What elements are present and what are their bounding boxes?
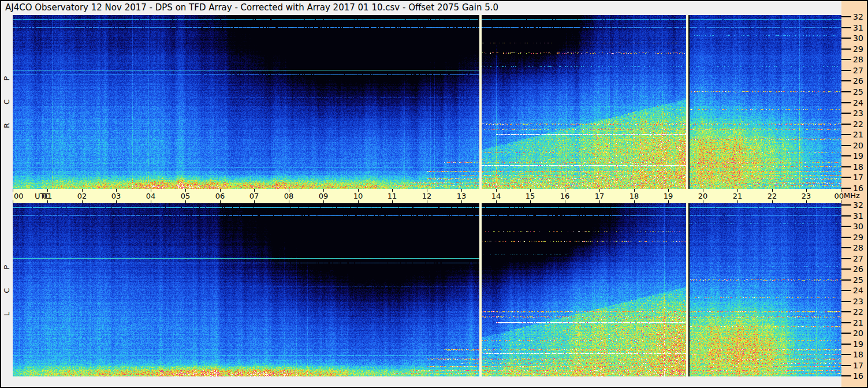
- freq-tick: [841, 113, 851, 114]
- freq-tick: [841, 188, 851, 189]
- mhz-unit-label: MHz: [844, 191, 860, 200]
- hour-label: 02: [73, 191, 91, 201]
- freq-tick: [841, 344, 851, 345]
- hour-label: 08: [280, 191, 297, 201]
- freq-label: 19: [853, 340, 866, 348]
- freq-tick: [841, 301, 851, 302]
- freq-tick: [841, 166, 851, 167]
- hour-label: 11: [383, 191, 401, 201]
- freq-label: 22: [853, 120, 866, 128]
- freq-label: 28: [853, 55, 866, 64]
- freq-label: 23: [853, 109, 866, 117]
- rcp-spectrogram: [13, 15, 841, 189]
- freq-label: 17: [853, 361, 866, 370]
- freq-tick: [841, 38, 851, 39]
- hour-label: 20: [694, 191, 711, 201]
- freq-label: 21: [853, 130, 866, 139]
- hour-label: 06: [211, 191, 229, 201]
- freq-tick: [841, 145, 851, 146]
- hour-label: 22: [763, 191, 781, 201]
- freq-tick: [841, 322, 851, 323]
- hour-label: 23: [798, 191, 815, 201]
- freq-tick: [841, 290, 851, 291]
- freq-tick: [841, 354, 851, 355]
- freq-label: 24: [853, 99, 866, 107]
- freq-tick: [841, 16, 851, 17]
- rcp-axis-label: R C P: [1, 15, 13, 189]
- page-title: AJ4CO Observatory 12 Nov 2017 - DPS on T…: [5, 2, 498, 13]
- freq-label: 26: [853, 77, 866, 85]
- freq-label: 29: [853, 45, 866, 53]
- freq-label: 31: [853, 24, 866, 32]
- freq-tick: [841, 134, 851, 135]
- freq-label: 20: [853, 329, 866, 337]
- hour-label: 15: [521, 191, 539, 201]
- freq-tick: [841, 70, 851, 71]
- freq-label: 31: [853, 212, 866, 220]
- freq-tick: [841, 204, 851, 206]
- hour-label: 03: [107, 191, 125, 201]
- freq-tick: [841, 215, 851, 217]
- lcp-axis-label: L C P: [1, 203, 13, 376]
- hour-label: 19: [660, 191, 677, 201]
- freq-tick: [841, 177, 851, 178]
- freq-label: 22: [853, 308, 866, 316]
- hour-label: 00: [14, 191, 31, 201]
- freq-tick: [841, 247, 851, 248]
- freq-tick: [841, 124, 851, 125]
- freq-label: 18: [853, 163, 866, 171]
- hour-label: 14: [487, 191, 505, 201]
- freq-label: 24: [853, 286, 866, 294]
- freq-label: 17: [853, 173, 866, 181]
- freq-tick: [841, 59, 851, 60]
- spectrogram-viewer: AJ4CO Observatory 12 Nov 2017 - DPS on T…: [0, 0, 868, 388]
- freq-label: 28: [853, 244, 866, 252]
- freq-label: 30: [853, 34, 866, 42]
- hour-label: 16: [556, 191, 573, 201]
- freq-tick: [841, 258, 851, 259]
- freq-label: 16: [853, 372, 866, 380]
- freq-tick: [841, 268, 851, 270]
- hour-label: 10: [349, 191, 367, 201]
- freq-tick: [841, 333, 851, 334]
- freq-tick: [841, 155, 851, 156]
- hour-label: 21: [729, 191, 746, 201]
- freq-tick: [841, 226, 851, 227]
- hour-label: 12: [418, 191, 435, 201]
- title-bar: AJ4CO Observatory 12 Nov 2017 - DPS on T…: [1, 1, 841, 15]
- lcp-spectrogram: [13, 203, 841, 376]
- hour-tick: [13, 189, 13, 192]
- freq-label: 19: [853, 152, 866, 160]
- hour-label: 09: [315, 191, 332, 201]
- freq-tick: [841, 27, 851, 28]
- freq-tick: [841, 365, 851, 366]
- freq-tick: [841, 279, 851, 281]
- freq-label: 29: [853, 233, 866, 241]
- freq-label: 27: [853, 66, 866, 74]
- hour-label: 07: [245, 191, 263, 201]
- hour-label: 17: [591, 191, 608, 201]
- freq-label: 26: [853, 265, 866, 273]
- hour-tick: [13, 200, 13, 203]
- freq-label: 25: [853, 276, 866, 284]
- time-axis: UTC 000102030405060708091011121314151617…: [13, 189, 841, 203]
- freq-tick: [841, 237, 851, 238]
- freq-tick: [841, 102, 851, 103]
- freq-tick: [841, 80, 851, 81]
- hour-label: 01: [39, 191, 56, 201]
- freq-label: 21: [853, 319, 866, 327]
- hour-label: 00: [826, 191, 844, 201]
- freq-label: 23: [853, 297, 866, 305]
- hour-label: 05: [177, 191, 194, 201]
- freq-label: 27: [853, 255, 866, 263]
- freq-label: 20: [853, 141, 866, 150]
- freq-label: 30: [853, 222, 866, 230]
- freq-label: 32: [853, 201, 866, 209]
- freq-label: 25: [853, 88, 866, 96]
- freq-tick: [841, 48, 851, 50]
- freq-tick: [841, 311, 851, 312]
- freq-tick: [841, 375, 851, 376]
- hour-label: 18: [625, 191, 643, 201]
- hour-label: 13: [453, 191, 470, 201]
- freq-label: 18: [853, 350, 866, 359]
